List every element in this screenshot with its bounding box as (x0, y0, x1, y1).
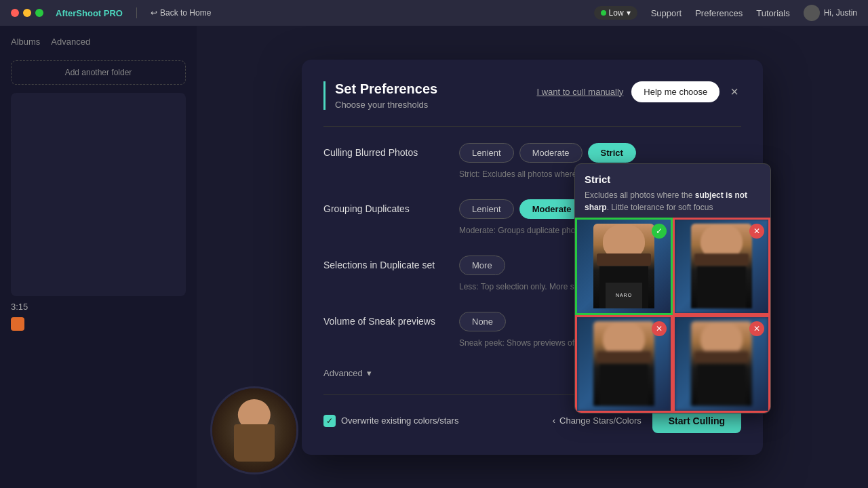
webcam-inner (212, 388, 296, 472)
back-to-home-link[interactable]: ↩ Back to Home (151, 8, 211, 18)
sneak-none-btn[interactable]: None (459, 312, 506, 331)
close-modal-button[interactable]: × (728, 84, 741, 100)
sidebar-orange-marker (11, 317, 24, 331)
tooltip-photo-keep-1: NARO ✓ (575, 218, 673, 315)
sidebar-tab-advanced[interactable]: Advanced (51, 37, 90, 49)
chevron-left-icon: ‹ (553, 415, 555, 426)
culling-blurred-btn-group: Lenient Moderate Strict (459, 143, 741, 163)
tooltip-photo-grid: NARO ✓ (575, 218, 770, 413)
modal-header-actions: I want to cull manually Help me choose × (536, 81, 741, 102)
back-label: Back to Home (160, 8, 211, 18)
cull-manually-link[interactable]: I want to cull manually (536, 87, 623, 97)
tutorials-link[interactable]: Tutorials (756, 8, 789, 18)
culling-blurred-strict-btn[interactable]: Strict (588, 143, 636, 163)
photo-reject-badge-1: ✕ (749, 224, 764, 239)
user-greeting: Hi, Justin (824, 8, 857, 18)
overwrite-checkbox[interactable]: ✓ (323, 415, 336, 427)
sidebar: Albums Advanced Add another folder 3:15 (0, 26, 197, 488)
minimize-traffic-light[interactable] (23, 9, 31, 17)
add-folder-btn[interactable]: Add another folder (11, 60, 186, 85)
sidebar-placeholder (11, 93, 186, 296)
traffic-lights (11, 9, 43, 17)
user-info: Hi, Justin (804, 5, 857, 21)
preferences-modal: Set Preferences Choose your thresholds I… (302, 60, 763, 455)
arrow-back-icon: ↩ (151, 8, 157, 18)
culling-blurred-moderate-btn[interactable]: Moderate (519, 143, 583, 163)
tooltip-title: Strict (585, 174, 761, 185)
close-traffic-light[interactable] (11, 9, 19, 17)
photo-reject-badge-2: ✕ (652, 321, 667, 336)
change-stars-button[interactable]: ‹ Change Stars/Colors (553, 415, 642, 426)
culling-blurred-label: Culling Blurred Photos (323, 143, 459, 158)
titlebar-right: Low ▾ Support Preferences Tutorials Hi, … (594, 5, 857, 21)
titlebar-divider (136, 7, 137, 18)
chevron-down-icon: ▾ (627, 8, 631, 18)
tooltip-photo-reject-2: ✕ (575, 315, 673, 413)
webcam-face (229, 399, 279, 462)
photo-keep-badge-1: ✓ (652, 224, 667, 239)
status-label: Low (609, 8, 624, 18)
modal-header: Set Preferences Choose your thresholds I… (323, 81, 741, 110)
modal-divider (323, 126, 741, 127)
maximize-traffic-light[interactable] (35, 9, 43, 17)
content-area: Set Preferences Choose your thresholds I… (197, 26, 868, 488)
advanced-label: Advanced (323, 368, 363, 378)
sidebar-tab-albums[interactable]: Albums (11, 37, 40, 49)
main-layout: Albums Advanced Add another folder 3:15 … (0, 26, 868, 488)
chevron-down-advanced-icon: ▾ (367, 368, 372, 378)
titlebar: AfterShoot PRO ↩ Back to Home Low ▾ Supp… (0, 0, 868, 26)
check-icon: ✓ (326, 416, 333, 426)
culling-blurred-row: Culling Blurred Photos Lenient Moderate … (323, 143, 741, 180)
avatar (804, 5, 820, 21)
photo-reject-badge-3: ✕ (749, 321, 764, 336)
change-stars-label: Change Stars/Colors (559, 415, 642, 426)
sidebar-tabs: Albums Advanced (11, 37, 186, 49)
status-dot (601, 10, 606, 16)
preferences-link[interactable]: Preferences (695, 8, 743, 18)
selections-more-btn[interactable]: More (459, 256, 505, 275)
modal-title-section: Set Preferences Choose your thresholds (323, 81, 437, 110)
tooltip-photo-reject-3: ✕ (673, 315, 770, 413)
support-link[interactable]: Support (651, 8, 682, 18)
overwrite-label: Overwrite existing colors/stars (341, 415, 458, 426)
tooltip-header: Strict Excludes all photos where the sub… (575, 164, 770, 218)
modal-subtitle: Choose your thresholds (335, 100, 437, 110)
tooltip-desc: Excludes all photos where the subject is… (585, 189, 761, 214)
help-me-choose-button[interactable]: Help me choose (631, 81, 719, 102)
tooltip-photo-reject-1: ✕ (673, 218, 770, 315)
status-badge[interactable]: Low ▾ (594, 6, 637, 20)
sneak-previews-label: Volume of Sneak previews (323, 312, 459, 327)
webcam-overlay (210, 386, 298, 474)
strict-tooltip-popup: Strict Excludes all photos where the sub… (574, 163, 771, 413)
app-name: AfterShoot PRO (56, 8, 123, 18)
culling-blurred-lenient-btn[interactable]: Lenient (459, 143, 514, 163)
grouping-duplicates-label: Grouping Duplicates (323, 199, 459, 214)
grouping-lenient-btn[interactable]: Lenient (459, 199, 514, 219)
modal-title: Set Preferences (335, 81, 437, 97)
sidebar-time: 3:15 (11, 302, 186, 312)
selections-duplicate-label: Selections in Duplicate set (323, 256, 459, 270)
overwrite-check: ✓ Overwrite existing colors/stars (323, 415, 458, 427)
